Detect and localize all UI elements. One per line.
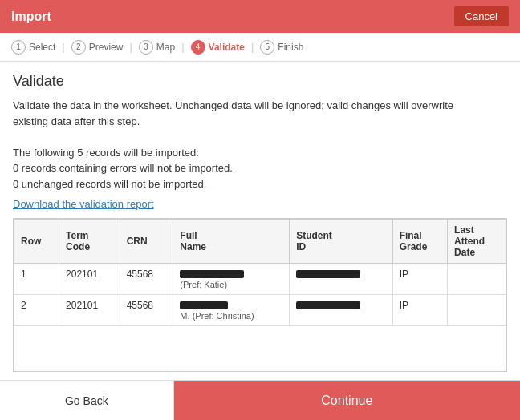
cell-crn: 45568: [120, 264, 173, 295]
footer: Go Back Continue: [0, 380, 520, 420]
cell-last-attend-date: [448, 264, 506, 295]
redacted-id-bar: [296, 270, 360, 278]
cell-row-num: 1: [14, 264, 59, 295]
step-select[interactable]: 1 Select: [11, 40, 55, 55]
step-num-1: 1: [11, 40, 26, 55]
stepper: 1 Select | 2 Preview | 3 Map | 4 Validat…: [0, 33, 520, 62]
header: Import Cancel: [0, 0, 520, 33]
description: Validate the data in the worksheet. Unch…: [13, 98, 507, 192]
step-label-preview: Preview: [89, 42, 124, 53]
name-pref-label: M. (Pref: Christina): [180, 311, 254, 321]
go-back-button[interactable]: Go Back: [0, 381, 174, 420]
col-term-code: TermCode: [59, 220, 120, 264]
desc-line1: Validate the data in the worksheet. Unch…: [13, 98, 507, 114]
col-last-attend-date: LastAttendDate: [448, 220, 506, 264]
redacted-name-bar: [180, 301, 228, 309]
col-row: Row: [14, 220, 59, 264]
desc-line4: 0 records containing errors will not be …: [13, 160, 507, 176]
redacted-id-bar: [296, 301, 360, 309]
step-map[interactable]: 3 Map: [139, 40, 175, 55]
step-num-3: 3: [139, 40, 153, 55]
desc-line2: existing data after this step.: [13, 114, 507, 130]
step-sep-3: |: [181, 41, 184, 53]
name-pref-label: (Pref: Katie): [180, 280, 227, 289]
continue-button[interactable]: Continue: [174, 381, 520, 420]
step-num-5: 5: [260, 40, 274, 55]
cell-full-name: (Pref: Katie): [173, 264, 290, 295]
table-header-row: Row TermCode CRN FullName StudentID Fina…: [14, 220, 506, 264]
desc-line3: The following 5 records will be imported…: [13, 145, 507, 161]
cell-term-code: 202101: [59, 295, 120, 326]
step-num-2: 2: [71, 40, 86, 55]
cell-final-grade: IP: [392, 295, 447, 326]
cancel-button[interactable]: Cancel: [454, 6, 509, 26]
cell-row-num: 2: [14, 295, 59, 326]
col-full-name: FullName: [173, 220, 290, 264]
cell-term-code: 202101: [59, 264, 120, 295]
cell-student-id: [290, 295, 392, 326]
data-table: Row TermCode CRN FullName StudentID Fina…: [14, 219, 506, 326]
col-student-id: StudentID: [290, 220, 392, 264]
col-final-grade: FinalGrade: [392, 220, 447, 264]
table-row: 2 202101 45568 M. (Pref: Christina) IP: [14, 295, 506, 326]
main-content: Validate Validate the data in the worksh…: [0, 62, 520, 380]
step-sep-4: |: [251, 41, 254, 53]
cell-full-name: M. (Pref: Christina): [173, 295, 290, 326]
step-sep-1: |: [62, 41, 64, 53]
step-preview[interactable]: 2 Preview: [71, 40, 124, 55]
cell-final-grade: IP: [392, 264, 447, 295]
step-label-map: Map: [156, 42, 175, 53]
desc-line5: 0 unchanged records will not be imported…: [13, 176, 507, 192]
cell-last-attend-date: [448, 295, 506, 326]
cell-student-id: [290, 264, 392, 295]
table-row: 1 202101 45568 (Pref: Katie) IP: [14, 264, 506, 295]
data-table-wrapper[interactable]: Row TermCode CRN FullName StudentID Fina…: [13, 218, 507, 372]
page-title: Validate: [13, 73, 507, 90]
step-sep-2: |: [129, 41, 132, 53]
step-validate[interactable]: 4 Validate: [191, 40, 245, 55]
download-link[interactable]: Download the validation report: [13, 198, 507, 210]
step-finish[interactable]: 5 Finish: [260, 40, 303, 55]
header-title: Import: [11, 10, 51, 24]
col-crn: CRN: [120, 220, 173, 264]
step-label-finish: Finish: [278, 42, 303, 53]
step-label-validate: Validate: [209, 42, 245, 53]
step-label-select: Select: [29, 42, 55, 53]
redacted-name-bar: [180, 270, 244, 278]
cell-crn: 45568: [120, 295, 173, 326]
step-num-4: 4: [191, 40, 205, 55]
